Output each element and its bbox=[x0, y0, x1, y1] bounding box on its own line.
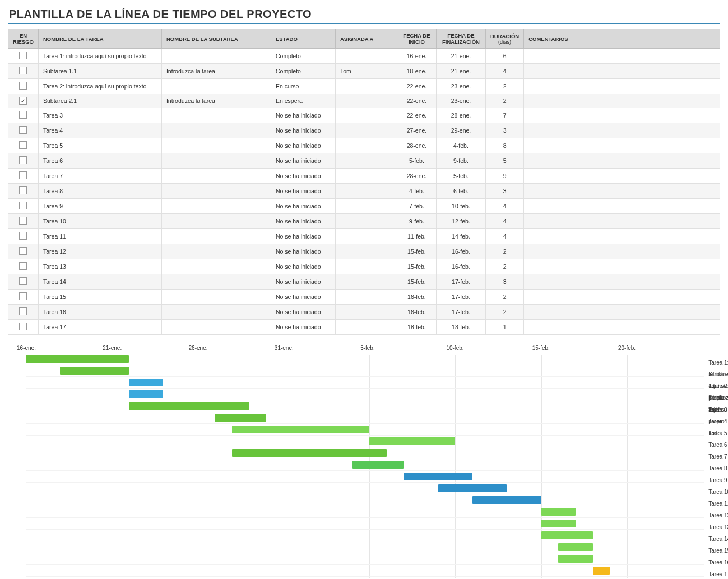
col-end: FECHA DE FINALIZACIÓN bbox=[436, 29, 485, 49]
start-cell: 18-feb. bbox=[397, 320, 436, 335]
table-row: Tarea 16No se ha iniciado16-feb.17-feb.2 bbox=[8, 305, 720, 320]
duration-cell: 3 bbox=[485, 184, 523, 199]
task-cell: Tarea 16 bbox=[38, 305, 161, 320]
risk-checkbox[interactable] bbox=[19, 52, 27, 59]
state-cell: No se ha iniciado bbox=[271, 214, 335, 229]
risk-checkbox[interactable] bbox=[19, 111, 27, 119]
task-cell: Tarea 8 bbox=[38, 184, 161, 199]
gantt-row-label: Tarea 3 bbox=[708, 404, 728, 415]
risk-checkbox[interactable] bbox=[19, 323, 27, 330]
table-row: Subtarea 1.1Introduzca la tareaCompletoT… bbox=[8, 64, 720, 79]
gantt-row bbox=[26, 365, 704, 377]
risk-cell bbox=[8, 259, 39, 274]
assigned-cell bbox=[335, 79, 397, 94]
risk-cell bbox=[8, 320, 39, 335]
state-cell: No se ha iniciado bbox=[271, 274, 335, 290]
start-cell: 15-feb. bbox=[397, 244, 436, 259]
start-cell: 28-ene. bbox=[397, 138, 436, 153]
risk-checkbox[interactable] bbox=[19, 126, 27, 134]
gantt-row bbox=[26, 447, 704, 459]
risk-checkbox[interactable] bbox=[19, 232, 27, 240]
gantt-row-label: Tarea 11 bbox=[708, 498, 728, 510]
comments-cell bbox=[524, 184, 720, 199]
comments-cell bbox=[524, 79, 720, 94]
table-row: Tarea 14No se ha iniciado15-feb.17-feb.3 bbox=[8, 274, 720, 290]
subtask-cell bbox=[161, 259, 271, 274]
gantt-row bbox=[26, 400, 704, 412]
gantt-row bbox=[26, 494, 704, 506]
risk-checkbox[interactable] bbox=[19, 277, 27, 285]
gantt-bar bbox=[404, 473, 472, 480]
gantt-row-label: Tarea 12 bbox=[708, 510, 728, 521]
risk-checkbox[interactable] bbox=[19, 82, 27, 90]
gantt-row bbox=[26, 565, 704, 577]
table-row: Subtarea 2.1Introduzca la tareaEn espera… bbox=[8, 94, 720, 108]
gantt-row bbox=[26, 389, 704, 400]
assigned-cell bbox=[335, 138, 397, 153]
risk-checkbox[interactable] bbox=[19, 156, 27, 164]
gantt-row-label: Tarea 13 bbox=[708, 521, 728, 533]
duration-cell: 2 bbox=[485, 94, 523, 108]
end-cell: 14-feb. bbox=[436, 229, 485, 244]
task-cell: Tarea 13 bbox=[38, 259, 161, 274]
gantt-row-label: Tarea 5 bbox=[708, 427, 728, 439]
subtask-cell bbox=[161, 153, 271, 169]
gantt-labels: Tarea 1: introduzca aquí su propio texto… bbox=[704, 345, 728, 577]
comments-cell bbox=[524, 290, 720, 305]
gantt-bar bbox=[60, 367, 129, 375]
state-cell: No se ha iniciado bbox=[271, 320, 335, 335]
risk-cell bbox=[8, 244, 39, 259]
end-cell: 9-feb. bbox=[436, 153, 485, 169]
assigned-cell bbox=[335, 153, 397, 169]
risk-checkbox[interactable] bbox=[19, 217, 27, 225]
assigned-cell bbox=[335, 320, 397, 335]
gantt-bar bbox=[232, 449, 387, 457]
assigned-cell bbox=[335, 108, 397, 123]
comments-cell bbox=[524, 274, 720, 290]
task-cell: Tarea 7 bbox=[38, 169, 161, 184]
risk-checkbox[interactable] bbox=[19, 97, 27, 105]
end-cell: 17-feb. bbox=[436, 274, 485, 290]
duration-cell: 2 bbox=[485, 79, 523, 94]
gantt-bar bbox=[438, 484, 507, 492]
start-cell: 15-feb. bbox=[397, 274, 436, 290]
duration-cell: 8 bbox=[485, 138, 523, 153]
duration-cell: 5 bbox=[485, 153, 523, 169]
subtask-cell bbox=[161, 244, 271, 259]
gantt-row-label: Tarea 4 bbox=[708, 415, 728, 427]
task-cell: Tarea 6 bbox=[38, 153, 161, 169]
duration-cell: 2 bbox=[485, 259, 523, 274]
duration-cell: 4 bbox=[485, 214, 523, 229]
comments-cell bbox=[524, 229, 720, 244]
risk-cell bbox=[8, 199, 39, 214]
task-cell: Tarea 14 bbox=[38, 274, 161, 290]
assigned-cell: Tom bbox=[335, 64, 397, 79]
assigned-cell bbox=[335, 274, 397, 290]
start-cell: 15-feb. bbox=[397, 259, 436, 274]
duration-cell: 1 bbox=[485, 320, 523, 335]
assigned-cell bbox=[335, 290, 397, 305]
risk-checkbox[interactable] bbox=[19, 67, 27, 74]
gantt-bar bbox=[558, 543, 592, 551]
subtask-cell bbox=[161, 49, 271, 64]
comments-cell bbox=[524, 199, 720, 214]
start-cell: 16-feb. bbox=[397, 305, 436, 320]
risk-checkbox[interactable] bbox=[19, 202, 27, 209]
risk-cell bbox=[8, 290, 39, 305]
gantt-row bbox=[26, 424, 704, 436]
duration-cell: 7 bbox=[485, 108, 523, 123]
risk-checkbox[interactable] bbox=[19, 186, 27, 194]
risk-checkbox[interactable] bbox=[19, 292, 27, 300]
risk-checkbox[interactable] bbox=[19, 171, 27, 179]
risk-checkbox[interactable] bbox=[19, 307, 27, 315]
gantt-bar bbox=[541, 520, 576, 527]
risk-checkbox[interactable] bbox=[19, 247, 27, 255]
assigned-cell bbox=[335, 94, 397, 108]
state-cell: No se ha iniciado bbox=[271, 138, 335, 153]
risk-checkbox[interactable] bbox=[19, 141, 27, 149]
gantt-bar bbox=[129, 390, 163, 398]
gantt-row bbox=[26, 412, 704, 424]
state-cell: Completo bbox=[271, 49, 335, 64]
risk-checkbox[interactable] bbox=[19, 262, 27, 270]
duration-cell: 4 bbox=[485, 64, 523, 79]
